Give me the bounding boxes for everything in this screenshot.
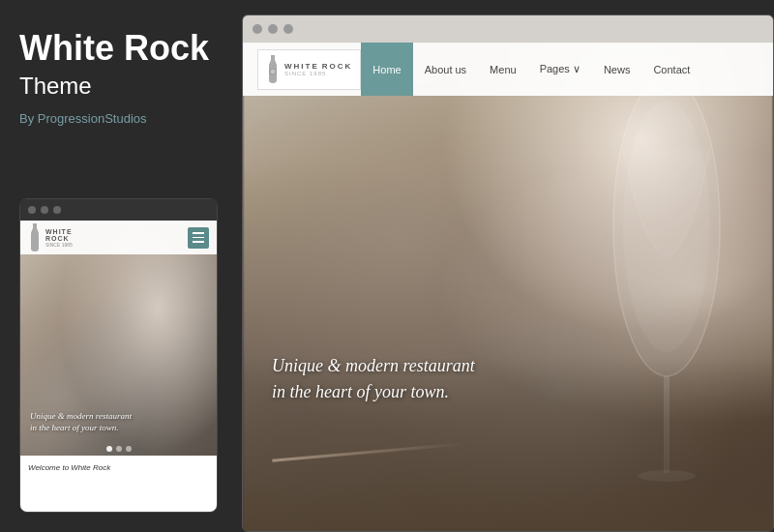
author-name: ProgressionStudios xyxy=(38,111,147,126)
desktop-preview-window: WHITE ROCK SINCE 1985 Home About us Menu… xyxy=(242,15,774,532)
slide-dot-2 xyxy=(116,446,122,452)
desktop-hero-bg xyxy=(243,43,773,531)
slide-dot-3 xyxy=(126,446,132,452)
theme-title-line1: White Rock xyxy=(19,29,218,68)
mobile-dot-2 xyxy=(41,206,48,214)
desktop-logo: WHITE ROCK SINCE 1985 xyxy=(257,49,361,90)
left-info-panel: White Rock Theme By ProgressionStudios xyxy=(0,0,237,532)
hamburger-line-3 xyxy=(193,241,204,243)
mobile-logo-white: WHITE xyxy=(45,228,73,235)
theme-title-line2: Theme xyxy=(19,73,218,100)
nav-link-news[interactable]: News xyxy=(592,43,642,96)
nav-link-pages[interactable]: Pages ∨ xyxy=(528,43,592,96)
theme-author: By ProgressionStudios xyxy=(19,111,218,126)
mobile-nav-bar: WHITE ROCK SINCE 1985 xyxy=(20,221,217,254)
desktop-dot-2 xyxy=(268,24,278,34)
author-prefix: By xyxy=(19,111,34,126)
nav-link-menu[interactable]: Menu xyxy=(478,43,528,96)
mobile-logo-rock: ROCK xyxy=(45,235,73,242)
nav-link-home[interactable]: Home xyxy=(361,43,412,96)
mobile-logo-since: SINCE 1985 xyxy=(45,242,73,248)
nav-link-contact[interactable]: Contact xyxy=(641,43,701,96)
desktop-nav-bar: WHITE ROCK SINCE 1985 Home About us Menu… xyxy=(243,43,773,96)
desktop-logo-white: WHITE xyxy=(284,62,319,71)
mobile-hero-line1: Unique & modern restaurant xyxy=(30,410,207,423)
mobile-bottle-icon xyxy=(28,223,42,252)
mobile-logo: WHITE ROCK SINCE 1985 xyxy=(28,223,73,252)
desktop-content: WHITE ROCK SINCE 1985 Home About us Menu… xyxy=(243,43,773,531)
hamburger-line-2 xyxy=(193,237,204,239)
mobile-titlebar xyxy=(20,199,217,221)
svg-point-4 xyxy=(270,69,276,74)
desktop-hero-line2: in the heart of your town. xyxy=(272,379,475,405)
desktop-hero-text: Unique & modern restaurant in the heart … xyxy=(272,353,475,405)
mobile-bottom-section: Welcome to White Rock xyxy=(20,456,217,512)
mobile-bottom-heading: Welcome to White Rock xyxy=(28,463,209,472)
mobile-dot-3 xyxy=(53,206,61,214)
mobile-hamburger-button[interactable] xyxy=(188,227,209,249)
desktop-dot-3 xyxy=(283,24,293,34)
desktop-dot-1 xyxy=(253,24,262,34)
nav-link-about[interactable]: About us xyxy=(413,43,478,96)
mobile-content: WHITE ROCK SINCE 1985 Unique & modern re… xyxy=(20,221,217,512)
slide-dot-1 xyxy=(106,446,112,452)
hamburger-line-1 xyxy=(193,232,204,234)
desktop-titlebar xyxy=(243,15,773,43)
desktop-nav-links: Home About us Menu Pages ∨ News Contact xyxy=(361,43,701,96)
desktop-logo-rock: ROCK xyxy=(322,62,353,71)
desktop-bottle-icon xyxy=(266,55,280,84)
mobile-hero-text: Unique & modern restaurant in the heart … xyxy=(30,410,207,434)
mobile-preview-window: WHITE ROCK SINCE 1985 Unique & modern re… xyxy=(19,198,218,513)
mobile-slide-dots xyxy=(20,446,217,452)
desktop-logo-since: SINCE 1985 xyxy=(284,71,352,76)
mobile-dot-1 xyxy=(28,206,36,214)
desktop-hero-line1: Unique & modern restaurant xyxy=(272,353,475,379)
mobile-hero-line2: in the heart of your town. xyxy=(30,422,207,434)
